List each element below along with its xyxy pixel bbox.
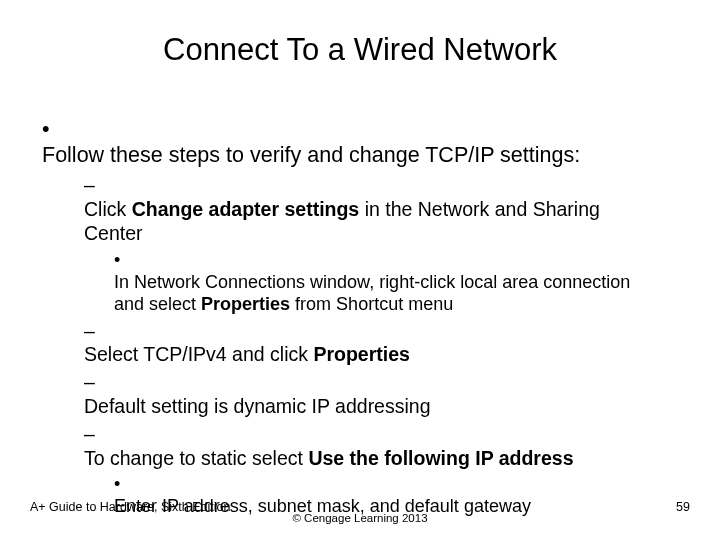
- intro-text: Follow these steps to verify and change …: [42, 142, 658, 168]
- slide-body: • Follow these steps to verify and chang…: [0, 116, 720, 518]
- footer-page-number: 59: [676, 500, 690, 514]
- bullet-dot-icon: •: [42, 116, 68, 142]
- step-text: Default setting is dynamic IP addressing: [84, 395, 662, 419]
- bullet-level2: – Select TCP/IPv4 and click Properties: [84, 320, 684, 368]
- bullet-level1: • Follow these steps to verify and chang…: [42, 116, 684, 168]
- substep-text: In Network Connections window, right-cli…: [114, 272, 664, 316]
- slide-title: Connect To a Wired Network: [0, 0, 720, 116]
- step-text: To change to static select Use the follo…: [84, 447, 662, 471]
- bullet-dot-icon: •: [114, 474, 134, 496]
- bullet-level3: • In Network Connections window, right-c…: [114, 250, 684, 316]
- bullet-level2: – To change to static select Use the fol…: [84, 423, 684, 471]
- step-text: Select TCP/IPv4 and click Properties: [84, 343, 662, 367]
- bullet-level2: – Click Change adapter settings in the N…: [84, 174, 684, 245]
- bullet-dash-icon: –: [84, 174, 106, 198]
- bullet-dash-icon: –: [84, 423, 106, 447]
- bullet-dot-icon: •: [114, 250, 134, 272]
- footer-copyright: © Cengage Learning 2013: [0, 512, 720, 524]
- bullet-level2: – Default setting is dynamic IP addressi…: [84, 371, 684, 419]
- bullet-dash-icon: –: [84, 320, 106, 344]
- bullet-dash-icon: –: [84, 371, 106, 395]
- step-text: Click Change adapter settings in the Net…: [84, 198, 662, 246]
